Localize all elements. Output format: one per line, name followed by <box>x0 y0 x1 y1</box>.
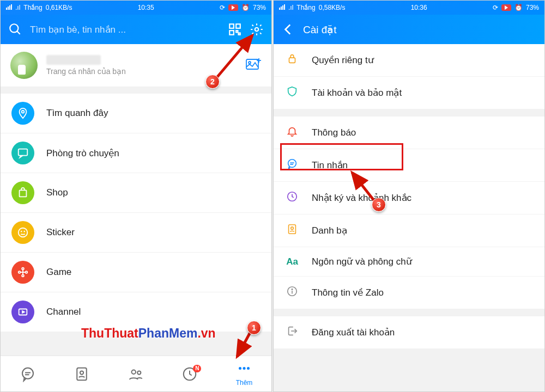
svg-point-12 <box>22 111 25 113</box>
profile-row[interactable]: Trang cá nhân của bạn <box>1 44 271 87</box>
status-bar: .ıl Thắng 0,58KB/s 10:36 ⟳ ⏰ 73% <box>274 1 544 15</box>
battery-label: 73% <box>526 4 539 11</box>
settings-language[interactable]: Aa Ngôn ngữ và phông chữ <box>274 247 544 276</box>
svg-rect-14 <box>20 190 27 197</box>
phone-right-settings-screen: .ıl Thắng 0,58KB/s 10:36 ⟳ ⏰ 73% Cài đặt… <box>273 0 545 392</box>
smile-icon <box>11 221 34 244</box>
status-right: ⟳ ⏰ 73% <box>493 4 539 11</box>
settings-label: Thông báo <box>312 127 356 138</box>
tab-messages[interactable] <box>20 366 36 382</box>
svg-rect-6 <box>239 33 240 35</box>
bottom-tab-bar: N Thêm <box>1 356 271 391</box>
menu-label: Sticker <box>46 227 261 238</box>
settings-label: Tài khoản và bảo mật <box>312 87 402 99</box>
tab-more[interactable]: Thêm <box>236 362 253 387</box>
menu-label: Phòng trò chuyện <box>46 148 261 159</box>
settings-group-3: Đăng xuất tài khoản <box>274 316 544 348</box>
svg-point-16 <box>21 231 22 232</box>
logout-icon <box>286 325 299 340</box>
menu-shop[interactable]: Shop <box>1 173 271 212</box>
sync-icon: ⟳ <box>220 4 225 11</box>
more-menu-section: Tìm quanh đây Phòng trò chuyện Shop Stic… <box>1 94 271 332</box>
menu-label: Tìm quanh đây <box>46 108 261 119</box>
settings-about[interactable]: Thông tin về Zalo <box>274 276 544 309</box>
header-settings: Cài đặt <box>274 15 544 44</box>
menu-chatroom[interactable]: Phòng trò chuyện <box>1 133 271 173</box>
svg-rect-5 <box>236 30 238 32</box>
profile-subtitle: Trang cá nhân của bạn <box>46 67 237 76</box>
svg-point-50 <box>292 289 292 290</box>
svg-point-17 <box>24 231 25 232</box>
svg-point-9 <box>249 62 251 64</box>
status-left: .ıl Thắng 0,61KB/s <box>6 4 72 11</box>
search-input[interactable]: Tìm bạn bè, tin nhắn ... <box>30 24 220 35</box>
menu-game[interactable]: Game <box>1 252 271 292</box>
wifi-signal-icon: .ıl <box>288 4 293 11</box>
header-search: Tìm bạn bè, tin nhắn ... <box>1 15 271 44</box>
svg-point-31 <box>132 370 136 374</box>
info-icon <box>286 285 299 300</box>
status-time: 10:35 <box>72 4 220 11</box>
svg-point-7 <box>255 28 259 32</box>
section-gap <box>274 109 544 117</box>
alarm-icon: ⏰ <box>241 4 250 11</box>
network-speed: 0,58KB/s <box>319 4 346 11</box>
alarm-icon: ⏰ <box>514 4 523 11</box>
svg-point-15 <box>19 228 28 237</box>
settings-label: Thông tin về Zalo <box>312 287 384 298</box>
tab-timeline[interactable]: N <box>181 366 198 382</box>
profile-name-blurred <box>46 55 101 65</box>
svg-rect-4 <box>229 30 234 35</box>
svg-point-20 <box>19 271 21 273</box>
svg-point-35 <box>243 367 245 370</box>
status-bar: .ıl Thắng 0,61KB/s 10:35 ⟳ ⏰ 73% <box>1 1 271 15</box>
status-time: 10:36 <box>345 4 493 11</box>
add-photo-icon[interactable] <box>245 57 262 74</box>
settings-gear-icon[interactable] <box>250 22 264 36</box>
qr-icon[interactable] <box>228 22 242 36</box>
record-icon <box>501 4 511 11</box>
svg-rect-3 <box>236 24 240 28</box>
search-icon[interactable] <box>8 22 22 36</box>
settings-label: Ngôn ngữ và phông chữ <box>312 256 412 267</box>
back-arrow-icon[interactable] <box>281 22 295 36</box>
carrier-label: Thắng <box>296 4 315 11</box>
contacts-icon <box>286 223 299 238</box>
watermark: ThuThuatPhanMem.vn <box>81 326 216 341</box>
svg-marker-25 <box>22 311 25 313</box>
wifi-signal-icon: .ıl <box>15 4 20 11</box>
svg-point-0 <box>10 24 18 32</box>
svg-point-32 <box>137 371 141 374</box>
settings-privacy[interactable]: Quyền riêng tư <box>274 44 544 76</box>
svg-point-19 <box>22 275 24 277</box>
chat-icon <box>11 142 34 164</box>
cell-signal-icon <box>279 4 285 11</box>
settings-account-security[interactable]: Tài khoản và bảo mật <box>274 76 544 109</box>
menu-label: Channel <box>46 307 261 317</box>
record-icon <box>228 4 238 11</box>
network-speed: 0,61KB/s <box>46 4 72 11</box>
bell-icon <box>286 125 299 140</box>
menu-label: Shop <box>46 187 261 198</box>
menu-sticker[interactable]: Sticker <box>1 212 271 252</box>
menu-label: Game <box>46 267 261 278</box>
settings-timeline[interactable]: Nhật ký và khoảnh khắc <box>274 181 544 214</box>
svg-point-34 <box>239 367 241 370</box>
tab-groups[interactable] <box>128 366 144 382</box>
tab-contacts[interactable] <box>74 366 90 382</box>
svg-line-1 <box>17 31 20 34</box>
tv-icon <box>11 301 34 323</box>
settings-logout[interactable]: Đăng xuất tài khoản <box>274 316 544 348</box>
svg-point-47 <box>291 227 294 230</box>
timeline-badge: N <box>193 365 201 372</box>
settings-contacts[interactable]: Danh bạ <box>274 214 544 247</box>
menu-nearby[interactable]: Tìm quanh đây <box>1 94 271 133</box>
shield-icon <box>286 85 299 100</box>
clock-icon <box>286 191 299 205</box>
svg-line-40 <box>237 330 251 357</box>
pin-icon <box>11 102 34 125</box>
avatar <box>10 52 38 79</box>
settings-group-1: Quyền riêng tư Tài khoản và bảo mật <box>274 44 544 109</box>
settings-label: Danh bạ <box>312 225 347 236</box>
lock-icon <box>286 53 299 68</box>
